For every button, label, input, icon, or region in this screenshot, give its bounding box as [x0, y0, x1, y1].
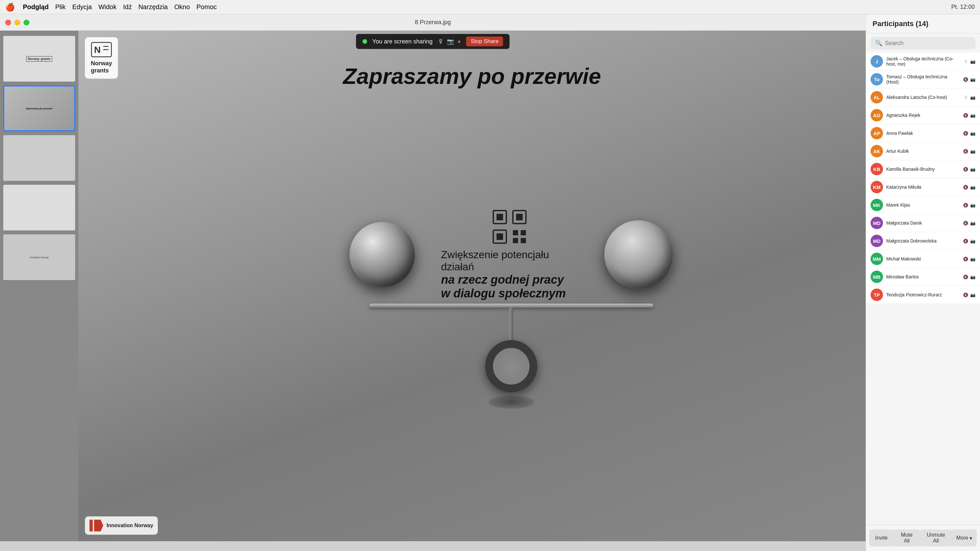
menu-plik[interactable]: Plik	[55, 3, 66, 11]
mute-icon[interactable]: 🔇	[963, 149, 968, 154]
mute-icon[interactable]: 🔇	[963, 275, 968, 279]
video-icon[interactable]: 📷	[970, 203, 975, 208]
balance-icon	[492, 209, 528, 245]
video-icon[interactable]: 📷	[970, 149, 975, 154]
participant-action-icons: 🔇📷	[963, 185, 975, 190]
video-icon[interactable]: 📷	[970, 113, 975, 118]
participant-item[interactable]: AGAgnieszka Rejek🔇📷	[866, 106, 980, 124]
innovation-text: Innovation Norway	[107, 522, 153, 529]
menu-podglad[interactable]: Podgląd	[23, 3, 49, 11]
participant-name: Jacek – Obsługa techniczna (Co-host, me)	[886, 56, 961, 67]
thumbnail-4[interactable]	[3, 185, 75, 230]
stop-share-button[interactable]: Stop Share	[466, 37, 503, 46]
participant-action-icons: 🔇📷	[963, 221, 975, 225]
video-icon[interactable]: 📷	[970, 95, 975, 100]
search-input[interactable]	[885, 40, 971, 47]
participant-name: Małgorzata Dobrowolska	[886, 238, 960, 243]
window-close-button[interactable]	[5, 20, 11, 25]
participant-item[interactable]: TPTeodozja Piotrowicz-Rurarz🔇📷	[866, 286, 980, 304]
svg-rect-10	[513, 230, 518, 235]
svg-rect-12	[513, 238, 518, 243]
mute-icon[interactable]: 🎙	[964, 95, 968, 100]
participant-item[interactable]: MKMarek Kljas🔇📷	[866, 196, 980, 214]
video-icon[interactable]: 📷	[970, 77, 975, 82]
video-icon[interactable]: 📷	[970, 131, 975, 136]
mute-icon[interactable]: 🔇	[963, 131, 968, 136]
mute-icon[interactable]: 🔇	[963, 203, 968, 208]
search-box[interactable]: 🔍	[870, 37, 975, 49]
participant-item[interactable]: KMKatarzyna Mikuła🔇📷	[866, 178, 980, 196]
window-maximize-button[interactable]	[24, 20, 29, 25]
mute-icon[interactable]: 🎙	[964, 59, 968, 64]
video-icon[interactable]: 📷	[970, 59, 975, 64]
invite-button[interactable]: Invite	[869, 529, 893, 546]
video-icon[interactable]: 📷	[970, 167, 975, 172]
participant-item[interactable]: JJacek – Obsługa techniczna (Co-host, me…	[866, 52, 980, 70]
mute-icon[interactable]: 🔇	[963, 185, 968, 190]
mute-icon[interactable]: 🔇	[963, 77, 968, 82]
menu-idz[interactable]: Idź	[123, 3, 132, 11]
innovation-icon	[94, 520, 103, 531]
more-button[interactable]: More ▾	[952, 529, 977, 546]
video-icon[interactable]: 📷	[970, 185, 975, 190]
participant-action-icons: 🔇📷	[963, 167, 975, 172]
participant-item[interactable]: MDMałgorzata Dobrowolska🔇📷	[866, 232, 980, 250]
participant-avatar: MM	[870, 252, 883, 265]
menu-widok[interactable]: Widok	[98, 3, 117, 11]
system-time: Pt. 12:00	[951, 3, 975, 10]
chevron-down-icon: ▾	[970, 535, 972, 541]
preview-area: 8 Przerwa.jpg You are screen sharing 🎙 📷…	[0, 14, 865, 551]
window-minimize-button[interactable]	[14, 20, 20, 25]
mute-all-button[interactable]: Mute All	[893, 529, 920, 546]
video-icon[interactable]: 📷	[970, 275, 975, 279]
participant-item[interactable]: MDMałgorzata Danik🔇📷	[866, 214, 980, 232]
mute-icon[interactable]: 🔇	[963, 257, 968, 262]
participant-avatar: AK	[870, 145, 883, 157]
mute-icon[interactable]: 🔇	[963, 292, 968, 297]
participant-item[interactable]: MBMirosław Bartos🔇📷	[866, 268, 980, 286]
menu-okno[interactable]: Okno	[174, 3, 190, 11]
menu-narzedzia[interactable]: Narzędzia	[138, 3, 167, 11]
participant-item[interactable]: AKArtur Kubik🔇📷	[866, 142, 980, 160]
video-icon[interactable]: 📷	[970, 238, 975, 243]
video-icon[interactable]: 📷	[970, 292, 975, 297]
participant-avatar: KB	[870, 163, 883, 175]
unmute-all-button[interactable]: Unmute All	[920, 529, 951, 546]
menu-edycja[interactable]: Edycja	[72, 3, 92, 11]
participant-avatar: TP	[870, 289, 883, 301]
participant-item[interactable]: ALAleksandra Latocha (Co-host)🎙📷	[866, 89, 980, 106]
camera-icon[interactable]: 📷	[447, 38, 454, 45]
participant-avatar: AP	[870, 127, 883, 140]
participant-action-icons: 🔇📷	[963, 113, 975, 118]
balance-ring	[485, 340, 538, 392]
microphone-icon[interactable]: 🎙	[438, 38, 444, 45]
video-icon[interactable]: 📷	[970, 221, 975, 225]
participant-item[interactable]: APAnna Pawlak🔇📷	[866, 124, 980, 142]
innovation-norway-logo: Innovation Norway	[85, 516, 158, 535]
menu-pomoc[interactable]: Pomoc	[196, 3, 216, 11]
thumbnail-5[interactable]: Innovation Norway	[3, 234, 75, 280]
thumbnail-1[interactable]: Norway grants	[3, 36, 75, 82]
mute-icon[interactable]: 🔇	[963, 238, 968, 243]
thumbnail-2[interactable]: Zapraszamy po przerwie	[3, 86, 75, 131]
participant-name: Mirosław Bartos	[886, 274, 960, 279]
right-sphere	[605, 220, 673, 289]
mute-icon[interactable]: 🔇	[963, 167, 968, 172]
apple-menu[interactable]: 🍎	[5, 3, 15, 12]
participant-action-icons: 🔇📷	[963, 238, 975, 243]
participant-item[interactable]: KBKamilla Banasik-Brudny🔇📷	[866, 160, 980, 178]
norway-grants-icon: N	[91, 42, 112, 57]
svg-marker-14	[94, 520, 103, 531]
mute-icon[interactable]: 🔇	[963, 221, 968, 225]
thumbnail-3[interactable]	[3, 135, 75, 181]
participant-name: Marek Kljas	[886, 202, 960, 208]
more-icon[interactable]: ●	[457, 38, 461, 45]
video-icon[interactable]: 📷	[970, 257, 975, 262]
participant-avatar: AG	[870, 109, 883, 121]
mute-icon[interactable]: 🔇	[963, 113, 968, 118]
left-sphere	[350, 222, 415, 287]
participant-item[interactable]: MMMichał Makowski🔇📷	[866, 250, 980, 268]
menubar: 🍎 Podgląd Plik Edycja Widok Idź Narzędzi…	[0, 0, 980, 14]
participant-name: Teodozja Piotrowicz-Rurarz	[886, 292, 960, 297]
participant-item[interactable]: ToTomasz – Obsługa techniczna (Host)🔇📷	[866, 70, 980, 89]
